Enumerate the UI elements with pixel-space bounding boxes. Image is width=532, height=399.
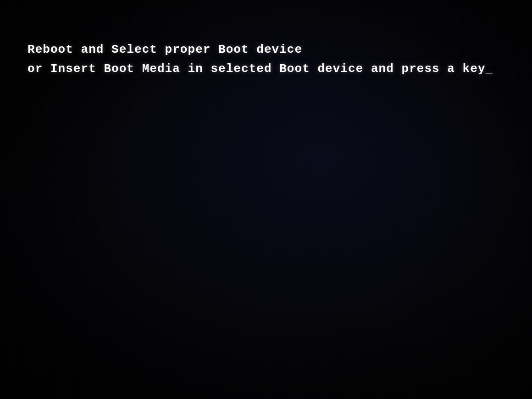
bios-screen: Reboot and Select proper Boot device or …	[0, 0, 532, 399]
boot-error-message: Reboot and Select proper Boot device or …	[28, 41, 493, 78]
boot-line-2: or Insert Boot Media in selected Boot de…	[28, 61, 493, 77]
boot-cursor: _	[486, 61, 493, 77]
boot-line-2-text: or Insert Boot Media in selected Boot de…	[28, 62, 486, 76]
boot-line-1: Reboot and Select proper Boot device	[28, 41, 493, 58]
